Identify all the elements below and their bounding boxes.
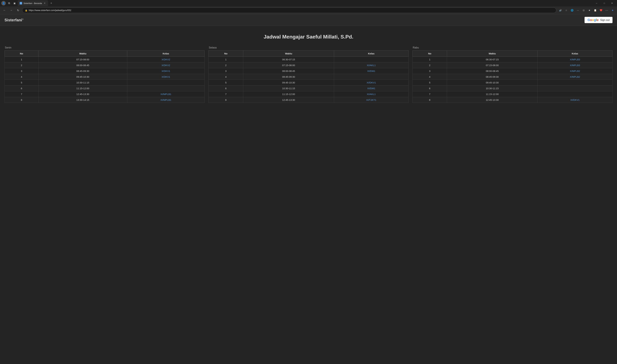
url-box[interactable]: 🔒 https://www.sisterfani.com/jadwal/guru… [22,8,556,13]
copy-button[interactable]: ⧉ [7,1,11,5]
kelas-link[interactable]: XI/AKL1 [367,93,376,95]
table-cell-no: 1 [5,57,39,63]
table-row: 106:30-07:15X/MPLB3 [412,57,612,63]
table-cell-kelas[interactable]: XI/DKV1 [537,97,612,103]
table-row: 813:30-14:15XI/MPLB1 [5,97,205,103]
table-cell-kelas [537,91,612,97]
table-cell-kelas[interactable]: X/DKV2 [127,63,205,68]
table-cell-kelas[interactable]: X/MPLB2 [537,68,612,74]
kelas-link[interactable]: X/DKV1 [162,70,170,72]
collections-button[interactable]: 📋 [593,8,598,13]
table-cell-kelas[interactable]: XI/MPLB1 [127,91,205,97]
table-cell-kelas[interactable]: XI/TJKT1 [334,97,409,103]
favorites-star-button[interactable]: ★ [587,8,592,13]
table-row: 610:30-11:15 [412,86,612,91]
kelas-link[interactable]: XI/DM1 [367,70,375,72]
browser-icon-button[interactable]: 🌐 [569,8,575,13]
table-cell-kelas [537,80,612,86]
toolbar-buttons: 🔊 ☆ 🌐 ⋯ ⊡ ★ 📋 ❤️ ⋯ ✦ [558,8,615,13]
extensions-button[interactable]: ⋯ [575,8,580,13]
table-cell-kelas[interactable]: XI/DM1 [334,86,409,91]
day-section-selasa: SelasaNoWaktuKelas106:30-07:15207:15-08:… [208,46,409,103]
table-cell-kelas[interactable]: XI/AKL1 [334,63,409,68]
kelas-link[interactable]: X/MPLB2 [570,70,580,72]
table-cell-no: 6 [208,86,243,91]
table-cell-waktu: 08:00-08:45 [38,63,127,68]
table-cell-no: 4 [412,74,447,80]
table-cell-kelas [334,74,409,80]
forward-button[interactable]: → [9,8,14,13]
back-button[interactable]: ← [2,8,7,13]
lock-icon: 🔒 [25,9,27,12]
table-cell-waktu: 10:30-11:15 [243,86,334,91]
table-cell-no: 1 [412,57,447,63]
day-section-rabu: RabuNoWaktuKelas106:30-07:15X/MPLB3207:1… [412,46,613,103]
split-view-button[interactable]: ⊡ [581,8,586,13]
favorites-button[interactable]: ☆ [564,8,569,13]
table-cell-kelas[interactable]: X/DKV2 [127,57,205,63]
table-cell-kelas[interactable]: X/DKV1 [127,68,205,74]
sign-out-button[interactable]: Google Sign out [585,17,613,23]
maximize-button[interactable]: □ [601,0,608,6]
table-cell-no: 7 [208,91,243,97]
table-header: Waktu [38,51,127,57]
table-cell-kelas[interactable]: X/DKV1 [127,74,205,80]
address-bar: ← → ↻ 🔒 https://www.sisterfani.com/jadwa… [0,6,617,14]
kelas-link[interactable]: XI/DKV1 [367,81,376,84]
page-wrapper: Sisterfani® Google Sign out Jadwal Menga… [0,14,617,364]
table-cell-kelas[interactable]: XI/DM1 [334,68,409,74]
table-cell-kelas[interactable]: X/MPLB2 [537,74,612,80]
kelas-link[interactable]: X/DKV1 [162,76,170,78]
copilot-button[interactable]: ✦ [610,8,615,13]
page-title: Jadwal Mengajar Saeful Millati, S.Pd. [4,34,613,40]
read-aloud-button[interactable]: 🔊 [558,8,563,13]
table-cell-no: 6 [5,86,39,91]
tab-close-button[interactable]: ✕ [43,2,46,5]
table-cell-waktu: 07:15-08:00 [38,57,127,63]
new-tab-button[interactable]: + [49,1,54,5]
sidebar-toggle[interactable]: ▣ [12,1,17,5]
kelas-link[interactable]: X/MPLB3 [570,58,580,61]
table-cell-waktu: 12:45-13:30 [38,91,127,97]
table-cell-waktu: 08:00-08:45 [447,68,537,74]
table-cell-kelas [537,86,612,91]
more-button[interactable]: ⋯ [604,8,609,13]
kelas-link[interactable]: X/DKV2 [162,58,170,61]
kelas-link[interactable]: XI/DKV1 [570,99,580,101]
table-cell-kelas[interactable]: XI/DKV1 [334,80,409,86]
kelas-link[interactable]: X/MPLB3 [570,64,580,67]
refresh-button[interactable]: ↻ [15,8,21,13]
kelas-link[interactable]: XI/MPLB1 [160,99,171,101]
close-button[interactable]: ✕ [608,0,616,6]
table-header: Kelas [127,51,205,57]
url-text: https://www.sisterfani.com/jadwal/guru/0… [29,9,71,12]
table-cell-kelas[interactable]: X/MPLB3 [537,63,612,68]
day-section-senin: SeninNoWaktuKelas107:15-08:00X/DKV2208:0… [4,46,205,103]
site-logo: Sisterfani® [4,18,24,22]
table-cell-kelas [127,80,205,86]
profile-button[interactable]: ❤️ [598,8,603,13]
table-cell-kelas[interactable]: XI/MPLB1 [127,97,205,103]
kelas-link[interactable]: XI/TJKT1 [366,99,376,101]
kelas-link[interactable]: XI/DM1 [367,87,375,90]
table-cell-waktu: 11:15-12:00 [38,86,127,91]
table-cell-kelas [334,57,409,63]
kelas-link[interactable]: XI/AKL1 [367,64,376,67]
table-cell-kelas[interactable]: X/MPLB3 [537,57,612,63]
browser-avatar[interactable]: 👤 [1,1,6,5]
table-cell-no: 3 [208,68,243,74]
active-tab[interactable]: S Sisterfani - Beranda ✕ [18,0,48,6]
kelas-link[interactable]: XI/MPLB1 [160,93,171,95]
schedule-table: NoWaktuKelas107:15-08:00X/DKV2208:00-08:… [4,50,205,103]
table-cell-no: 2 [5,63,39,68]
table-header: Kelas [537,51,612,57]
minimize-button[interactable]: ─ [593,0,600,6]
browser-chrome: 👤 ⧉ ▣ S Sisterfani - Beranda ✕ + ─ □ ✕ ←… [0,0,617,14]
day-label: Rabu [412,46,613,49]
table-row: 510:30-11:15 [5,80,205,86]
table-cell-no: 8 [208,97,243,103]
table-cell-kelas[interactable]: XI/AKL1 [334,91,409,97]
kelas-link[interactable]: X/DKV2 [162,64,170,67]
kelas-link[interactable]: X/MPLB2 [570,76,580,78]
table-row: 711:15-12:00 [412,91,612,97]
